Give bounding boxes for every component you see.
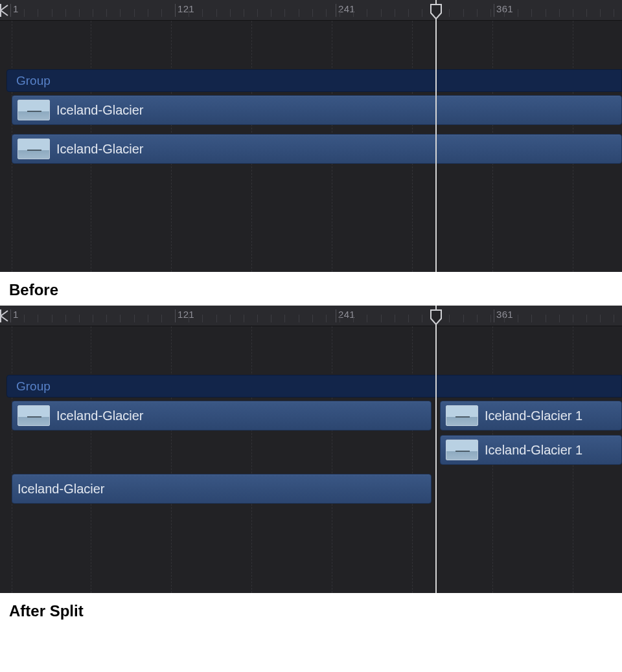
ruler-minor-tick [546, 9, 546, 17]
ruler-major-tick [336, 309, 336, 322]
ruler-minor-tick [531, 315, 532, 322]
ruler-minor-tick [449, 315, 450, 322]
timeline-clip[interactable]: Iceland-Glacier 1 [440, 435, 622, 465]
ruler-minor-tick [161, 315, 162, 322]
timeline-ruler[interactable]: 1121241361 [0, 0, 622, 21]
ruler-minor-tick [52, 9, 52, 17]
ruler-minor-tick [216, 9, 217, 17]
ruler-minor-tick [381, 9, 382, 17]
ruler-minor-tick [257, 9, 258, 17]
ruler-minor-tick [408, 9, 409, 17]
ruler-minor-tick [65, 9, 66, 17]
timeline-guide [12, 326, 12, 593]
ruler-minor-tick [326, 315, 327, 322]
ruler-minor-tick [202, 9, 203, 17]
timeline-panel-before: 1121241361 Group Iceland-GlacierIceland-… [0, 0, 622, 272]
clip-thumbnail-icon [17, 100, 50, 120]
clip-thumbnail-icon [446, 440, 478, 460]
ruler-minor-tick [148, 315, 148, 322]
playhead-icon[interactable] [430, 309, 443, 325]
ruler-minor-tick [230, 315, 231, 322]
ruler-minor-tick [284, 9, 285, 17]
ruler-minor-tick [202, 315, 203, 322]
tracks-area[interactable]: Group Iceland-GlacierIceland-Glacier [0, 21, 622, 272]
ruler-minor-tick [422, 9, 422, 17]
ruler-minor-tick [38, 9, 38, 17]
group-header[interactable]: Group [6, 375, 622, 398]
playhead-icon[interactable] [430, 4, 443, 19]
ruler-minor-tick [353, 315, 354, 322]
timeline-clip[interactable]: Iceland-Glacier [12, 474, 432, 504]
ruler-minor-tick [230, 9, 231, 17]
ruler-major-tick [10, 309, 11, 322]
ruler-minor-tick [65, 315, 66, 322]
timeline-guide [171, 326, 172, 593]
timeline-clip[interactable]: Iceland-Glacier [12, 401, 432, 431]
ruler-minor-tick [38, 315, 38, 322]
ruler-minor-tick [106, 9, 107, 17]
playhead-line [435, 306, 437, 593]
ruler-ticks: 1121241361 [0, 306, 622, 326]
ruler-minor-tick [614, 9, 614, 17]
timeline-guide [332, 326, 332, 593]
timeline-ruler[interactable]: 1121241361 [0, 306, 622, 326]
ruler-minor-tick [395, 9, 395, 17]
ruler-minor-tick [299, 315, 299, 322]
ruler-minor-tick [161, 9, 162, 17]
ruler-minor-tick [490, 9, 491, 17]
ruler-minor-tick [353, 9, 354, 17]
ruler-major-tick [175, 309, 176, 322]
ruler-minor-tick [340, 315, 340, 322]
ruler-minor-tick [216, 315, 217, 322]
ruler-tick-label: 121 [178, 3, 194, 14]
timeline-guide [91, 326, 91, 593]
ruler-minor-tick [189, 315, 189, 322]
timeline-panel-after: 1121241361 Group Iceland-GlacierIceland-… [0, 306, 622, 593]
group-header[interactable]: Group [6, 69, 622, 92]
timeline-clip[interactable]: Iceland-Glacier [12, 134, 622, 164]
caption-after: After Split [0, 593, 622, 627]
group-label: Group [16, 74, 51, 88]
ruler-tick-label: 241 [338, 309, 355, 320]
clip-thumbnail-icon [17, 139, 50, 159]
ruler-minor-tick [586, 315, 587, 322]
ruler-minor-tick [271, 315, 271, 322]
ruler-minor-tick [463, 9, 464, 17]
timeline-clip[interactable]: Iceland-Glacier [12, 95, 622, 125]
clip-label: Iceland-Glacier 1 [485, 409, 582, 423]
ruler-minor-tick [600, 315, 601, 322]
ruler-minor-tick [395, 315, 395, 322]
group-label: Group [16, 379, 51, 394]
ruler-minor-tick [120, 9, 121, 17]
playhead-line [435, 0, 437, 272]
ruler-minor-tick [559, 315, 560, 322]
ruler-minor-tick [504, 315, 505, 322]
ruler-minor-tick [189, 9, 189, 17]
ruler-minor-tick [52, 315, 52, 322]
clip-label: Iceland-Glacier [56, 142, 144, 157]
ruler-minor-tick [134, 9, 135, 17]
frame-start-marker-icon[interactable] [0, 3, 9, 18]
timeline-clip[interactable]: Iceland-Glacier 1 [440, 401, 622, 431]
ruler-minor-tick [600, 9, 601, 17]
ruler-minor-tick [148, 9, 148, 17]
timeline-guide [412, 326, 413, 593]
frame-start-marker-icon[interactable] [0, 308, 9, 324]
ruler-minor-tick [257, 315, 258, 322]
ruler-minor-tick [546, 315, 546, 322]
ruler-minor-tick [408, 315, 409, 322]
ruler-minor-tick [449, 9, 450, 17]
ruler-minor-tick [299, 9, 299, 17]
clip-label: Iceland-Glacier [17, 482, 105, 497]
clip-thumbnail-icon [446, 405, 478, 426]
ruler-tick-label: 241 [338, 3, 355, 14]
ruler-minor-tick [586, 9, 587, 17]
clip-thumbnail-icon [17, 405, 50, 426]
tracks-area[interactable]: Group Iceland-GlacierIceland-Glacier 1Ic… [0, 326, 622, 593]
ruler-minor-tick [381, 315, 382, 322]
ruler-minor-tick [284, 315, 285, 322]
ruler-ticks: 1121241361 [0, 0, 622, 20]
ruler-minor-tick [422, 315, 422, 322]
clip-label: Iceland-Glacier [56, 103, 144, 118]
ruler-minor-tick [573, 9, 573, 17]
